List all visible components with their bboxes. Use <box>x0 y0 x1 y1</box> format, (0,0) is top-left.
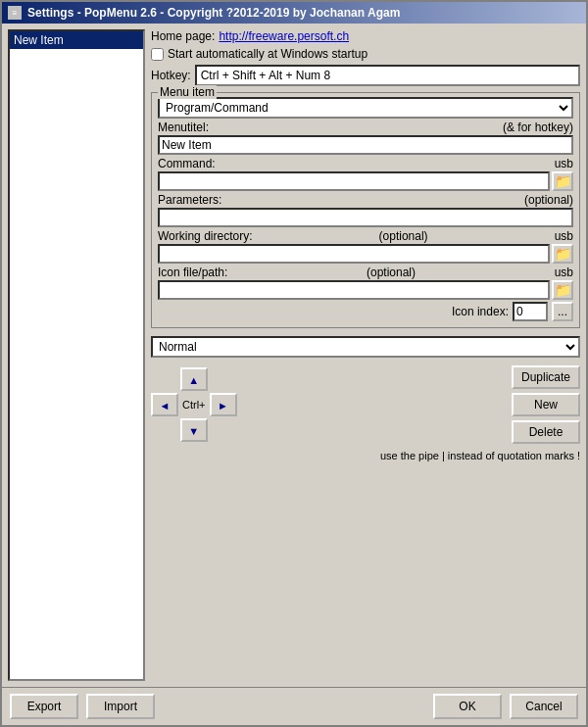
bottom-bar: Export Import OK Cancel <box>2 687 586 725</box>
icon-file-usb: usb <box>555 266 573 279</box>
command-input-row: 📁 <box>158 171 573 191</box>
command-folder-btn[interactable]: 📁 <box>552 171 573 191</box>
working-dir-label: Working directory: <box>158 229 252 243</box>
nav-down-row <box>180 418 208 442</box>
export-button[interactable]: Export <box>10 694 78 719</box>
title-bar: ≡ Settings - PopMenu 2.6 - Copyright ?20… <box>2 2 586 24</box>
new-label: New <box>534 398 558 412</box>
working-dir-folder-icon: 📁 <box>555 246 571 262</box>
hotkey-field: Ctrl + Shift + Alt + Num 8 <box>195 65 580 86</box>
homepage-row: Home page: http://freeware.persoft.ch <box>151 29 580 43</box>
normal-dropdown[interactable]: Normal Minimized Maximized <box>151 336 580 358</box>
ok-label: OK <box>459 700 475 713</box>
working-dir-folder-btn[interactable]: 📁 <box>552 244 573 264</box>
bottom-left-buttons: Export Import <box>10 694 155 719</box>
startup-row: Start automatically at Windows startup <box>151 47 580 61</box>
menu-item-group: Menu item Program/Command Separator Subm… <box>151 92 580 328</box>
duplicate-button[interactable]: Duplicate <box>512 365 580 389</box>
nav-area: Ctrl+ Duplicate <box>151 365 580 444</box>
startup-label: Start automatically at Windows startup <box>168 47 368 61</box>
working-dir-optional: (optional) <box>379 229 428 243</box>
import-label: Import <box>104 700 137 713</box>
delete-button[interactable]: Delete <box>512 420 580 444</box>
nav-down-btn[interactable] <box>180 418 208 442</box>
command-usb: usb <box>555 157 573 170</box>
window-title: Settings - PopMenu 2.6 - Copyright ?2012… <box>27 6 400 20</box>
icon-index-row: Icon index: ... <box>158 302 573 321</box>
nav-buttons-left: Ctrl+ <box>151 367 237 442</box>
working-dir-input[interactable] <box>158 244 550 264</box>
icon-index-label: Icon index: <box>452 305 509 318</box>
ctrl-label: Ctrl+ <box>180 399 208 411</box>
duplicate-label: Duplicate <box>521 370 570 384</box>
icon-file-label: Icon file/path: <box>158 266 227 279</box>
group-legend: Menu item <box>158 85 217 99</box>
menutitel-input[interactable]: New Item <box>158 135 573 155</box>
icon-index-dots-btn[interactable]: ... <box>552 302 573 321</box>
right-panel: Home page: http://freeware.persoft.ch St… <box>151 29 580 681</box>
action-buttons: Duplicate New Delete <box>512 365 580 444</box>
icon-file-optional: (optional) <box>367 266 416 279</box>
menutitel-field-row: Menutitel: (& for hotkey) New Item <box>158 121 573 155</box>
nav-up-row <box>180 367 208 391</box>
delete-label: Delete <box>529 425 564 439</box>
working-dir-input-row: 📁 <box>158 244 573 264</box>
icon-file-input-row: 📁 <box>158 280 573 300</box>
window-content: New Item Home page: http://freeware.pers… <box>2 24 586 687</box>
import-button[interactable]: Import <box>86 694 155 719</box>
startup-checkbox[interactable] <box>151 48 164 61</box>
nav-middle-row: Ctrl+ <box>151 393 237 416</box>
tree-item-new-item[interactable]: New Item <box>10 31 143 49</box>
command-label: Command: <box>158 157 216 170</box>
working-dir-field-row: Working directory: (optional) usb 📁 <box>158 229 573 264</box>
up-arrow-icon <box>188 371 199 387</box>
hotkey-row: Hotkey: Ctrl + Shift + Alt + Num 8 <box>151 65 580 86</box>
main-window: ≡ Settings - PopMenu 2.6 - Copyright ?20… <box>0 0 588 727</box>
homepage-link[interactable]: http://freeware.persoft.ch <box>219 29 349 43</box>
window-icon: ≡ <box>8 6 22 20</box>
homepage-label: Home page: <box>151 29 215 43</box>
type-dropdown[interactable]: Program/Command Separator Submenu Folder <box>158 97 573 119</box>
icon-file-label-row: Icon file/path: (optional) usb <box>158 266 573 279</box>
icon-file-field-row: Icon file/path: (optional) usb 📁 <box>158 266 573 300</box>
tree-panel[interactable]: New Item <box>8 29 145 681</box>
command-input[interactable] <box>158 171 550 191</box>
nav-right-btn[interactable] <box>210 393 237 416</box>
menutitel-label: Menutitel: <box>158 121 209 134</box>
command-label-row: Command: usb <box>158 157 573 170</box>
left-arrow-icon <box>160 397 171 412</box>
parameters-label: Parameters: <box>158 193 221 207</box>
new-button[interactable]: New <box>512 393 580 416</box>
cancel-button[interactable]: Cancel <box>510 694 578 719</box>
icon-file-input[interactable] <box>158 280 550 300</box>
icon-file-folder-icon: 📁 <box>555 282 571 298</box>
menutitel-hotkey-hint: (& for hotkey) <box>503 121 573 134</box>
working-dir-usb: usb <box>555 229 573 243</box>
nav-up-btn[interactable] <box>180 367 208 391</box>
nav-left-btn[interactable] <box>151 393 178 416</box>
export-label: Export <box>27 700 62 713</box>
type-dropdown-container: Program/Command Separator Submenu Folder <box>158 97 573 119</box>
hotkey-label: Hotkey: <box>151 69 191 82</box>
icon-index-input[interactable] <box>513 302 548 321</box>
parameters-input[interactable] <box>158 208 573 227</box>
down-arrow-icon <box>188 422 199 438</box>
hotkey-value: Ctrl + Shift + Alt + Num 8 <box>201 69 330 82</box>
working-dir-label-row: Working directory: (optional) usb <box>158 229 573 243</box>
parameters-optional: (optional) <box>524 193 573 207</box>
cancel-label: Cancel <box>525 700 562 713</box>
command-folder-icon: 📁 <box>555 173 571 189</box>
normal-dropdown-row: Normal Minimized Maximized <box>151 336 580 358</box>
dots-label: ... <box>558 305 567 318</box>
pipe-note: use the pipe | instead of quotation mark… <box>151 450 580 461</box>
ok-button[interactable]: OK <box>433 694 502 719</box>
bottom-right-buttons: OK Cancel <box>433 694 578 719</box>
right-arrow-icon <box>218 397 228 412</box>
icon-file-folder-btn[interactable]: 📁 <box>552 280 573 300</box>
command-field-row: Command: usb 📁 <box>158 157 573 191</box>
parameters-label-row: Parameters: (optional) <box>158 193 573 207</box>
parameters-field-row: Parameters: (optional) <box>158 193 573 227</box>
tree-item-label: New Item <box>14 33 64 47</box>
menutitel-label-row: Menutitel: (& for hotkey) <box>158 121 573 134</box>
